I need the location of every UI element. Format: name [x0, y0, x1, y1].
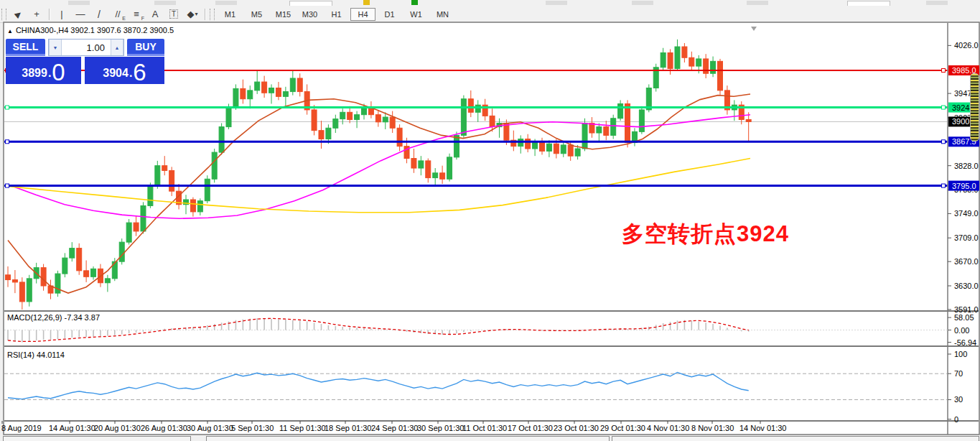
candle-body: [696, 59, 701, 66]
candle-body: [604, 127, 609, 136]
candle-body: [190, 200, 195, 212]
line-endpoint-marker[interactable]: [942, 69, 946, 73]
candle-body: [119, 242, 124, 261]
mt4-window: ▶+|—///E≡FAT◆▾M1M5M15M30H1H4D1W1MN 4026.…: [0, 0, 980, 441]
volume-decrease-button[interactable]: ▼: [49, 40, 62, 55]
candle-body: [533, 143, 538, 149]
candle-body: [319, 131, 324, 139]
candle-body: [375, 115, 381, 122]
candle-body: [397, 128, 402, 146]
candle-body: [668, 52, 673, 68]
candle-body: [447, 157, 452, 179]
sell-price-display[interactable]: 3899.0: [6, 57, 81, 84]
partial-box: [612, 436, 979, 441]
time-axis-label: 14 Nov 01:30: [739, 424, 786, 432]
time-axis-label: 14 Aug 01:30: [49, 424, 95, 432]
chart-window-frame: [4, 22, 979, 435]
line-endpoint-marker[interactable]: [6, 184, 9, 187]
line-endpoint-marker[interactable]: [942, 140, 946, 144]
price-axis-label: 4026.0: [954, 41, 979, 50]
time-axis-label: 23 Oct 01:30: [554, 424, 599, 432]
vertical-scroll-thumb[interactable]: [970, 73, 979, 141]
candle-body: [582, 124, 587, 149]
time-axis-label: 17 Oct 01:30: [508, 424, 553, 432]
candle-body: [105, 279, 110, 283]
candle-body: [718, 61, 723, 90]
price-badge-3795-text: 3795.0: [952, 182, 976, 190]
candle-body: [561, 145, 566, 154]
candle-body: [704, 59, 709, 73]
candle-body: [148, 186, 153, 205]
time-axis-label: 29 Oct 01:30: [600, 424, 645, 432]
line-endpoint-marker[interactable]: [942, 184, 946, 187]
rsi-scale-label: 30: [954, 395, 963, 404]
candle-body: [19, 282, 24, 302]
one-click-trade-panel: SELL ▼ ▲ BUY 3899.0 3904.6: [6, 39, 164, 84]
candle-body: [362, 108, 367, 115]
time-axis-label: 11 Sep 01:30: [279, 424, 326, 432]
candle-body: [347, 112, 353, 119]
candle-body: [255, 82, 260, 90]
time-axis-label: 11 Oct 01:30: [462, 424, 507, 432]
candle-body: [490, 116, 495, 126]
candle-body: [575, 149, 580, 156]
line-endpoint-marker[interactable]: [942, 106, 946, 109]
rsi-scale-label: 0: [954, 415, 958, 424]
price-axis-label: 3828.0: [954, 162, 979, 170]
candle-body: [468, 99, 473, 113]
macd-indicator-label: MACD(12,26,9) -7.34 3.87: [7, 313, 100, 322]
price-axis-label: 3670.0: [954, 257, 979, 266]
candle-body: [618, 103, 623, 118]
candle-body: [205, 179, 210, 200]
candle-body: [461, 99, 466, 136]
candle-body: [126, 223, 131, 242]
candle-body: [711, 61, 716, 73]
partial-box: [3, 436, 191, 441]
candle-body: [162, 166, 167, 171]
candle-body: [661, 52, 666, 67]
candle-body: [746, 119, 751, 121]
candle-body: [276, 88, 281, 97]
candle-body: [283, 92, 288, 97]
time-axis-label: 18 Sep 01:30: [325, 424, 371, 432]
candle-body: [134, 223, 139, 231]
time-axis-label: 26 Aug 01:30: [141, 424, 187, 432]
candle-body: [6, 275, 11, 280]
buy-price-display[interactable]: 3904.6: [85, 57, 164, 84]
candle-body: [141, 205, 146, 231]
chart-text-annotation[interactable]: 多空转折点3924: [622, 219, 789, 249]
sell-price-dot: .: [48, 67, 51, 80]
candle-body: [540, 143, 545, 152]
buy-button[interactable]: BUY: [127, 39, 164, 56]
time-axis-label: 30 Sep 01:30: [417, 424, 464, 432]
time-axis-label: 30 Aug 01:30: [187, 424, 233, 432]
time-axis-label: 8 Nov 01:30: [691, 424, 734, 432]
candle-body: [689, 57, 694, 66]
candle-body: [77, 249, 82, 271]
candle-body: [682, 47, 687, 57]
candle-body: [546, 144, 551, 151]
candle-body: [248, 90, 253, 99]
candle-body: [383, 117, 388, 122]
candle-body: [84, 271, 89, 277]
bottom-bar-partial: [0, 435, 980, 441]
volume-input[interactable]: [62, 40, 111, 55]
price-axis-label: 3630.0: [954, 282, 979, 290]
expand-arrow-icon: ▲: [7, 28, 13, 34]
volume-group: ▼ ▲: [48, 39, 124, 56]
candle-body: [241, 88, 246, 98]
candle-body: [625, 103, 630, 142]
volume-increase-button[interactable]: ▲: [111, 40, 123, 55]
macd-scale-label: -56.94: [954, 338, 976, 347]
symbol-ohlc-line: ▲CHINA300-,H4 3902.1 3907.6 3870.2 3900.…: [7, 26, 174, 34]
time-axis-label: 20 Aug 01:30: [94, 424, 141, 432]
candle-body: [433, 173, 438, 178]
candle-body: [326, 128, 331, 139]
sell-button[interactable]: SELL: [6, 39, 45, 56]
candle-body: [70, 249, 75, 259]
rsi-scale-label: 100: [954, 350, 967, 358]
line-endpoint-marker[interactable]: [6, 106, 9, 109]
candle-body: [526, 139, 531, 149]
candle-body: [597, 127, 602, 133]
line-endpoint-marker[interactable]: [6, 140, 9, 144]
